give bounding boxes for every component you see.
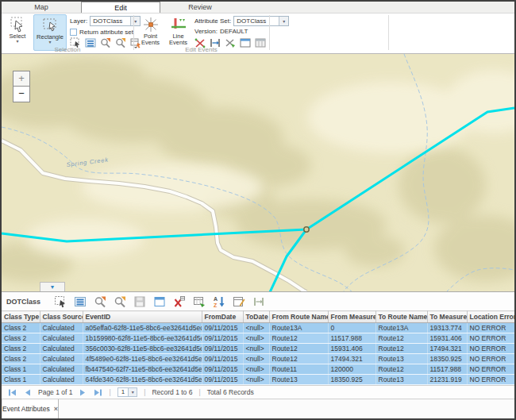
first-page-icon[interactable]: [8, 388, 17, 397]
cell[interactable]: Route13: [375, 354, 427, 364]
attribute-set-dropdown[interactable]: DOTClass ▾: [233, 16, 289, 26]
cell[interactable]: 09/11/2015: [202, 364, 243, 375]
cell[interactable]: Route12: [269, 354, 328, 364]
table-row[interactable]: Class 2Calculated1b159980-62f8-11e5-8bc6…: [2, 333, 514, 344]
cell[interactable]: Route11: [269, 364, 328, 375]
tab-review[interactable]: Review: [160, 2, 240, 13]
cell[interactable]: NO ERROR: [467, 333, 514, 344]
cell[interactable]: Route12: [375, 344, 427, 354]
cell[interactable]: NO ERROR: [467, 323, 514, 333]
cell[interactable]: NO ERROR: [467, 364, 514, 375]
cell[interactable]: fb447540-62f7-11e5-8bc6-ee32641d5ec9: [83, 364, 202, 375]
cell[interactable]: Route12: [269, 333, 328, 344]
cell[interactable]: 11517.988: [328, 333, 375, 344]
cell[interactable]: Route12: [269, 344, 328, 354]
cell[interactable]: Route12: [375, 333, 427, 344]
cell[interactable]: <null>: [243, 354, 269, 364]
column-header[interactable]: ToDate: [243, 311, 269, 323]
close-icon[interactable]: ×: [54, 405, 58, 413]
sort-icon[interactable]: AZ: [213, 295, 225, 308]
cell[interactable]: Calculated: [40, 344, 83, 354]
previous-page-icon[interactable]: [23, 388, 32, 397]
zoom-out-button[interactable]: −: [13, 87, 30, 102]
cell[interactable]: Calculated: [40, 323, 83, 333]
cell[interactable]: 356c0030-62f8-11e5-8bc6-ee32641d5ec9: [83, 344, 202, 354]
cell[interactable]: Class 2: [2, 333, 40, 344]
cell[interactable]: Calculated: [40, 333, 83, 344]
column-header[interactable]: Class Type: [2, 311, 40, 323]
cell[interactable]: NO ERROR: [467, 375, 514, 385]
select-records-icon[interactable]: [54, 295, 67, 308]
tab-event-attributes[interactable]: Event Attributes ×: [2, 399, 59, 418]
cell[interactable]: Route12: [375, 364, 427, 375]
column-header[interactable]: EventID: [83, 311, 202, 323]
column-header[interactable]: To Measure: [427, 311, 467, 323]
cell[interactable]: Route13A: [269, 323, 328, 333]
map-canvas[interactable]: Spring Creek + − ▼: [2, 53, 514, 291]
cell[interactable]: Class 1: [2, 375, 40, 385]
cell[interactable]: 09/11/2015: [202, 323, 243, 333]
return-attribute-set-checkbox[interactable]: [70, 29, 77, 36]
column-header[interactable]: From Route Name: [269, 311, 328, 323]
clear-selection-icon[interactable]: [173, 295, 186, 308]
table-row[interactable]: Class 1Calculated64fde340-62f8-11e5-8bc6…: [2, 375, 514, 385]
cell[interactable]: Calculated: [40, 375, 83, 385]
save-edits-icon[interactable]: [133, 295, 146, 308]
next-page-icon[interactable]: [79, 388, 87, 397]
cell[interactable]: Class 2: [2, 323, 40, 333]
cell[interactable]: <null>: [243, 333, 269, 344]
cell[interactable]: 09/11/2015: [202, 344, 243, 354]
route-junction-marker[interactable]: [304, 227, 309, 232]
edit-attributes-icon[interactable]: [233, 295, 245, 308]
column-header[interactable]: Location Error: [467, 311, 514, 323]
cell[interactable]: Route13A: [375, 323, 427, 333]
show-selected-list-icon[interactable]: [74, 295, 87, 308]
table-row[interactable]: Class 1Calculatedfb447540-62f7-11e5-8bc6…: [2, 364, 514, 375]
cell[interactable]: NO ERROR: [467, 354, 514, 364]
cell[interactable]: Class 2: [2, 344, 40, 354]
cell[interactable]: Calculated: [40, 364, 83, 375]
panel-collapse-tab[interactable]: ▼: [40, 282, 65, 291]
refresh-table-icon[interactable]: [193, 295, 206, 308]
table-row[interactable]: Class 2Calculated356c0030-62f8-11e5-8bc6…: [2, 344, 514, 354]
cell[interactable]: <null>: [243, 364, 269, 375]
cell[interactable]: 09/11/2015: [202, 375, 243, 385]
cell[interactable]: 17494.321: [427, 344, 467, 354]
cell[interactable]: 09/11/2015: [202, 333, 243, 344]
table-row[interactable]: Class 2Calculated4f5489e0-62f8-11e5-8bc6…: [2, 354, 514, 364]
cell[interactable]: <null>: [243, 344, 269, 354]
zoom-in-button[interactable]: +: [13, 71, 30, 87]
page-number-dropdown[interactable]: 1 ▾: [117, 387, 137, 397]
last-page-icon[interactable]: [94, 388, 102, 397]
cell[interactable]: <null>: [243, 323, 269, 333]
cell[interactable]: 09/11/2015: [202, 354, 243, 364]
tab-edit[interactable]: Edit: [81, 2, 160, 13]
cell[interactable]: 4f5489e0-62f8-11e5-8bc6-ee32641d5ec9: [83, 354, 202, 364]
cell[interactable]: NO ERROR: [467, 344, 514, 354]
zoom-to-selection-icon[interactable]: [94, 295, 106, 308]
column-header[interactable]: To Route Name: [375, 311, 427, 323]
cell[interactable]: 21231.919: [427, 375, 467, 385]
pan-to-selection-icon[interactable]: [114, 295, 126, 308]
cell[interactable]: a05effa0-62f8-11e5-8bc6-ee32641d5ec9: [83, 323, 202, 333]
cell[interactable]: 18350.925: [427, 354, 467, 364]
cell[interactable]: Route13: [269, 375, 328, 385]
column-header[interactable]: Class Source: [40, 311, 83, 323]
cell[interactable]: 19313.774: [427, 323, 467, 333]
measure-range-icon[interactable]: [252, 295, 265, 308]
cell[interactable]: 1b159980-62f8-11e5-8bc6-ee32641d5ec9: [83, 333, 202, 344]
cell[interactable]: Route13: [375, 375, 427, 385]
cell[interactable]: Calculated: [40, 354, 83, 364]
cell[interactable]: 64fde340-62f8-11e5-8bc6-ee32641d5ec9: [83, 375, 202, 385]
cell[interactable]: 15931.406: [427, 333, 467, 344]
open-attribute-window-icon[interactable]: [153, 295, 166, 308]
cell[interactable]: 0: [328, 323, 375, 333]
cell[interactable]: 18350.925: [328, 375, 375, 385]
column-header[interactable]: FromDate: [202, 311, 243, 323]
tab-map[interactable]: Map: [2, 2, 81, 13]
column-header[interactable]: From Measure: [328, 311, 375, 323]
cell[interactable]: Class 2: [2, 354, 40, 364]
cell[interactable]: 15931.406: [328, 344, 375, 354]
cell[interactable]: Class 1: [2, 364, 40, 375]
cell[interactable]: 11517.988: [427, 364, 467, 375]
